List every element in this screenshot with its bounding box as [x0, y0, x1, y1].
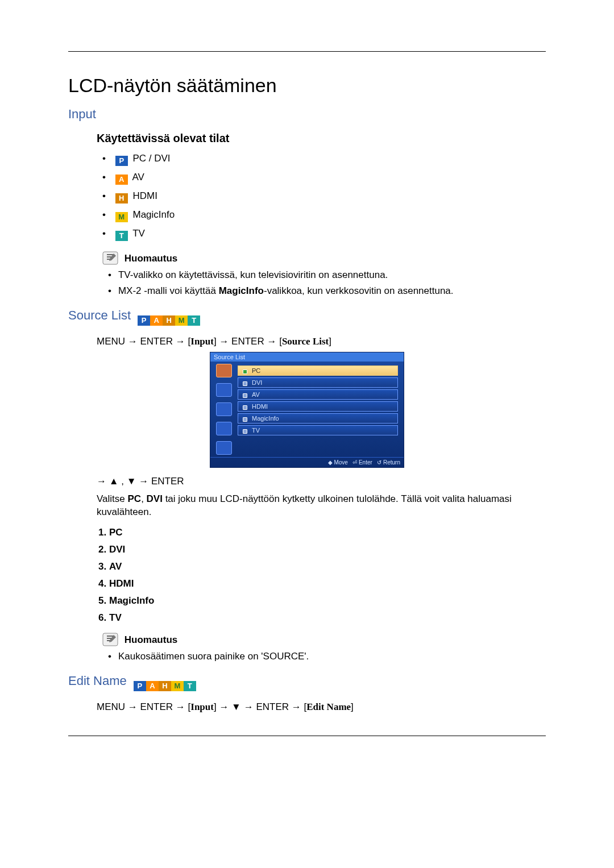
notes-list-1: TV-valikko on käytettävissä, kun televis… [108, 269, 546, 297]
osd-sidebar-icon [216, 441, 232, 455]
osd-row-dvi: DVI [238, 377, 398, 388]
osd-panel: Source List PC DVI AV HDMI MagicInfo TV [210, 352, 404, 468]
mode-item-av: • A AV [102, 172, 546, 185]
osd-title: Source List [210, 352, 404, 362]
mode-label: HDMI [132, 190, 157, 201]
mode-item-hdmi: • H HDMI [102, 190, 546, 203]
menu-path-source-list: MENU → ENTER → [Input] → ENTER → [Source… [97, 336, 546, 347]
osd-screenshot: Source List PC DVI AV HDMI MagicInfo TV [68, 352, 546, 468]
note-heading-2: Huomautus [102, 633, 546, 646]
numbered-source-list: PC DVI AV HDMI MagicInfo TV [97, 527, 546, 624]
mode-item-magicinfo: • M MagicInfo [102, 209, 546, 222]
num-item-hdmi: HDMI [109, 578, 546, 589]
source-list-description: Valitse PC, DVI tai joku muu LCD-näyttöö… [97, 493, 546, 519]
num-item-pc: PC [109, 527, 546, 538]
note-item: Kaukosäätimen suora painike on 'SOURCE'. [108, 651, 546, 662]
mode-label: PC / DVI [132, 153, 170, 164]
pahmt-iconset: PAHMT [138, 315, 200, 326]
page: LCD-näytön säätäminen Input Käytettäviss… [0, 0, 614, 868]
note-icon [102, 251, 118, 265]
menu-path-edit-name: MENU → ENTER → [Input] → ▼ → ENTER → [Ed… [97, 701, 546, 713]
osd-footer: ◆ Move ⏎ Enter ↺ Return [210, 457, 404, 467]
nav-arrows-enter: → ▲ , ▼ → ENTER [97, 476, 546, 487]
top-rule [68, 51, 546, 52]
bottom-rule [68, 736, 546, 736]
num-item-tv: TV [109, 612, 546, 624]
mode-label: TV [132, 228, 145, 239]
note-heading: Huomautus [102, 251, 546, 265]
notes-list-2: Kaukosäätimen suora painike on 'SOURCE'. [108, 651, 546, 662]
mode-item-tv: • T TV [102, 228, 546, 241]
mode-label: AV [132, 172, 144, 182]
note-item: MX-2 -malli voi käyttää MagicInfo-valikk… [108, 285, 546, 297]
a-icon: A [115, 175, 128, 185]
osd-sidebar-icon [216, 364, 232, 377]
section-heading-input: Input [68, 107, 546, 122]
mode-item-pc-dvi: • P PC / DVI [102, 153, 546, 166]
num-item-dvi: DVI [109, 544, 546, 555]
osd-row-tv: TV [238, 425, 398, 435]
osd-row-pc: PC [238, 366, 398, 376]
page-title: LCD-näytön säätäminen [68, 74, 546, 97]
subheading-modes: Käytettävissä olevat tilat [97, 132, 546, 145]
note-icon [102, 633, 118, 646]
section-heading-edit-name: Edit Name PAHMT [68, 674, 546, 691]
osd-row-hdmi: HDMI [238, 401, 398, 412]
t-icon: T [115, 231, 128, 241]
num-item-av: AV [109, 561, 546, 572]
osd-source-list: PC DVI AV HDMI MagicInfo TV [238, 362, 404, 457]
available-modes-list: • P PC / DVI • A AV • H HDMI • M MagicIn… [102, 153, 546, 241]
mode-label: MagicInfo [132, 209, 175, 220]
osd-sidebar-icon [216, 402, 232, 416]
note-item: TV-valikko on käytettävissä, kun televis… [108, 269, 546, 281]
osd-sidebar-icon [216, 422, 232, 435]
p-icon: P [115, 156, 128, 166]
osd-row-magicinfo: MagicInfo [238, 413, 398, 423]
pahmt-iconset: PAHMT [134, 681, 196, 691]
osd-row-av: AV [238, 389, 398, 400]
osd-sidebar [210, 362, 238, 457]
h-icon: H [115, 193, 128, 203]
num-item-magicinfo: MagicInfo [109, 595, 546, 607]
m-icon: M [115, 212, 128, 222]
osd-sidebar-icon [216, 383, 232, 397]
section-heading-source-list: Source List PAHMT [68, 308, 546, 326]
